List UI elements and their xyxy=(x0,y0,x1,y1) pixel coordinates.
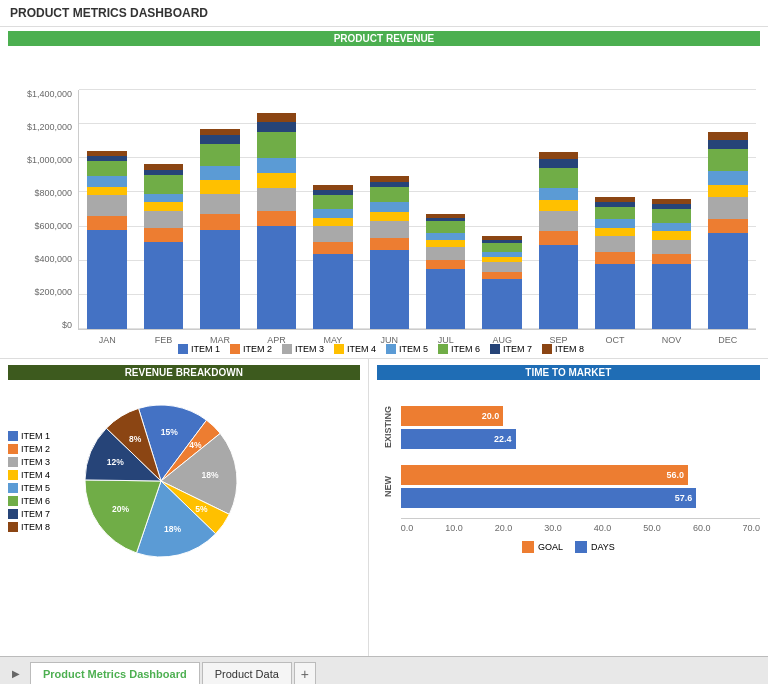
ttm-legend-label: DAYS xyxy=(591,542,615,552)
bar-segment xyxy=(652,254,691,264)
bar-month-label: FEB xyxy=(155,335,173,345)
legend-label: ITEM 5 xyxy=(399,344,428,354)
pie-legend-label: ITEM 2 xyxy=(21,444,50,454)
bar-segment xyxy=(539,245,578,329)
pie-legend-label: ITEM 5 xyxy=(21,483,50,493)
time-to-market-section: TIME TO MARKET EXISTING20.022.4NEW56.057… xyxy=(369,359,768,656)
bar-segment xyxy=(708,132,747,141)
bar-segment xyxy=(313,254,352,329)
bar-segment xyxy=(539,168,578,189)
bar-month-label: NOV xyxy=(662,335,682,345)
tab-add-button[interactable]: + xyxy=(294,662,316,684)
tab-product-data[interactable]: Product Data xyxy=(202,662,292,684)
pie-legend-label: ITEM 3 xyxy=(21,457,50,467)
bar-segment xyxy=(370,212,409,221)
legend-color-box xyxy=(230,344,240,354)
pie-legend: ITEM 1ITEM 2ITEM 3ITEM 4ITEM 5ITEM 6ITEM… xyxy=(8,431,56,532)
bar-group: APR xyxy=(248,90,304,329)
pie-label: 20% xyxy=(112,504,130,514)
ttm-legend: GOALDAYS xyxy=(377,541,760,553)
bar-segment xyxy=(595,228,634,237)
bar-segment xyxy=(426,260,465,269)
bar-segment xyxy=(708,149,747,171)
bar-month-label: JAN xyxy=(99,335,116,345)
bar-month-label: APR xyxy=(267,335,286,345)
legend-item: ITEM 2 xyxy=(230,344,272,354)
y-axis-label: $0 xyxy=(12,321,72,330)
bar-segment xyxy=(87,195,126,216)
bar-segment xyxy=(200,180,239,194)
bar-segment xyxy=(200,230,239,329)
bar-segment xyxy=(257,188,296,210)
bar-group: JAN xyxy=(79,90,135,329)
bar-stack xyxy=(370,176,409,329)
bar-group: DEC xyxy=(700,90,756,329)
pie-legend-item: ITEM 5 xyxy=(8,483,50,493)
bar-segment xyxy=(708,219,747,233)
bar-segment xyxy=(595,252,634,264)
tab-scroll-left[interactable]: ▶ xyxy=(6,662,26,684)
bar-segment xyxy=(87,161,126,176)
legend-color-box xyxy=(282,344,292,354)
bar-segment xyxy=(652,209,691,223)
pie-legend-color xyxy=(8,496,18,506)
bar-segment xyxy=(200,194,239,215)
ttm-category-row: NEW56.057.6 xyxy=(377,465,760,508)
bar-chart-area: $0$200,000$400,000$600,000$800,000$1,000… xyxy=(8,50,760,330)
pie-legend-item: ITEM 4 xyxy=(8,470,50,480)
bar-segment xyxy=(144,194,183,203)
pie-legend-item: ITEM 2 xyxy=(8,444,50,454)
bar-stack xyxy=(652,199,691,329)
ttm-x-label: 60.0 xyxy=(693,523,711,533)
pie-and-legend: ITEM 1ITEM 2ITEM 3ITEM 4ITEM 5ITEM 6ITEM… xyxy=(8,386,360,576)
bar-segment xyxy=(595,219,634,228)
y-axis-label: $600,000 xyxy=(12,222,72,231)
bar-segment xyxy=(482,262,521,272)
bar-month-label: DEC xyxy=(718,335,737,345)
ttm-x-label: 50.0 xyxy=(643,523,661,533)
bar-segment xyxy=(595,207,634,219)
pie-chart: 15%4%18%5%18%20%12%8% xyxy=(66,386,256,576)
bar-chart-section: PRODUCT REVENUE $0$200,000$400,000$600,0… xyxy=(0,27,768,358)
bar-segment xyxy=(370,250,409,329)
legend-item: ITEM 5 xyxy=(386,344,428,354)
bar-segment xyxy=(87,176,126,186)
y-axis-label: $1,200,000 xyxy=(12,123,72,132)
pie-legend-item: ITEM 3 xyxy=(8,457,50,467)
tab-product-metrics-dashboard[interactable]: Product Metrics Dashboard xyxy=(30,662,200,684)
bar-segment xyxy=(257,158,296,173)
ttm-legend-label: GOAL xyxy=(538,542,563,552)
bar-segment xyxy=(200,129,239,136)
bar-stack xyxy=(257,113,296,329)
bar-group: AUG xyxy=(474,90,530,329)
bar-segment xyxy=(426,221,465,233)
bar-segment xyxy=(370,187,409,202)
bar-segment xyxy=(200,144,239,166)
bars-container: JANFEBMARAPRMAYJUNJULAUGSEPOCTNOVDEC xyxy=(78,90,756,330)
bar-group: MAR xyxy=(192,90,248,329)
bar-stack xyxy=(313,185,352,329)
bar-segment xyxy=(257,211,296,226)
ttm-goal-bar: 20.0 xyxy=(401,406,504,426)
legend-color-box xyxy=(438,344,448,354)
pie-legend-label: ITEM 1 xyxy=(21,431,50,441)
legend-label: ITEM 2 xyxy=(243,344,272,354)
bar-segment xyxy=(482,279,521,329)
bar-segment xyxy=(144,228,183,242)
ttm-category-label: EXISTING xyxy=(377,406,393,448)
bar-segment xyxy=(652,264,691,329)
bar-segment xyxy=(87,187,126,196)
bar-segment xyxy=(313,209,352,218)
bar-segment xyxy=(200,214,239,229)
ttm-legend-color xyxy=(575,541,587,553)
bar-segment xyxy=(708,140,747,149)
legend-label: ITEM 7 xyxy=(503,344,532,354)
bar-segment xyxy=(257,132,296,158)
bar-segment xyxy=(539,152,578,159)
pie-legend-color xyxy=(8,431,18,441)
bar-group: MAY xyxy=(305,90,361,329)
bar-segment xyxy=(313,242,352,254)
bar-segment xyxy=(539,159,578,168)
bar-segment xyxy=(257,113,296,122)
pie-legend-color xyxy=(8,444,18,454)
